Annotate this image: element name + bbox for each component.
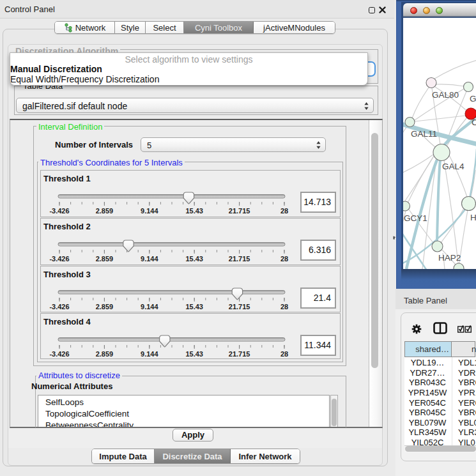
svg-text:G: G: [470, 94, 476, 104]
svg-text:HAP2: HAP2: [438, 253, 461, 263]
svg-text:C: C: [472, 118, 476, 127]
svg-text:GAL4: GAL4: [442, 162, 464, 171]
svg-text:GCY1: GCY1: [404, 213, 427, 223]
svg-text:H: H: [470, 213, 476, 222]
svg-text:GAL80: GAL80: [432, 90, 459, 100]
svg-text:GAL11: GAL11: [411, 129, 437, 139]
